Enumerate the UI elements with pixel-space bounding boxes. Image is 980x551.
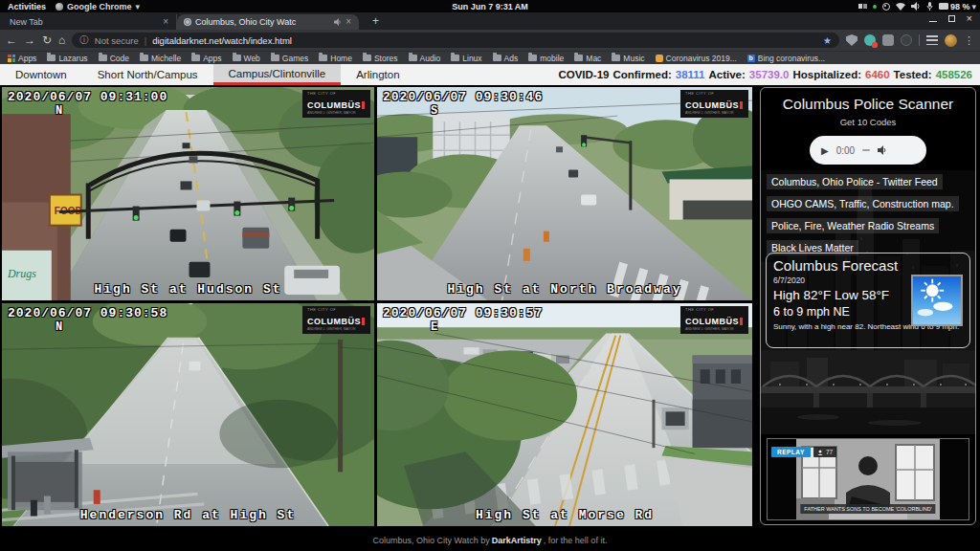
- folder-icon: [451, 55, 459, 61]
- home-button[interactable]: ⌂: [58, 34, 65, 46]
- system-tray[interactable]: 98 % ▾: [858, 0, 976, 12]
- bookmark-folder[interactable]: Apps: [191, 54, 221, 63]
- tab-campus-clintonville[interactable]: Campus/Clintonville: [213, 64, 342, 85]
- extension-icon[interactable]: [882, 34, 894, 46]
- tab-downtown[interactable]: Downtown: [0, 64, 82, 85]
- covid-confirmed-value: 38111: [676, 69, 705, 80]
- workspace-tiles-icon[interactable]: [858, 3, 867, 10]
- camera-location-label: High St at Hudson St: [2, 282, 374, 297]
- tab-city-watch[interactable]: Columbus, Ohio City Watc ×: [177, 14, 359, 30]
- volume-icon[interactable]: [911, 2, 921, 11]
- bing-icon: b: [747, 55, 755, 62]
- address-bar[interactable]: ⓘ Not secure | digitaldarknet.net/watch/…: [72, 33, 839, 48]
- battery-indicator[interactable]: 98 % ▾: [939, 2, 976, 11]
- camera-grid: Drugs FOOD: [0, 85, 756, 530]
- microphone-icon[interactable]: [926, 2, 933, 11]
- info-icon[interactable]: ⓘ: [79, 34, 89, 47]
- camera-location-label: Henderson Rd at High St: [2, 508, 374, 522]
- page-content: Drugs FOOD: [0, 85, 980, 530]
- bookmark-folder[interactable]: Stores: [363, 54, 398, 63]
- tab-audio-icon[interactable]: [334, 18, 342, 26]
- extension-icon[interactable]: [901, 34, 912, 46]
- folder-icon: [271, 55, 279, 61]
- seek-bar[interactable]: [862, 149, 870, 151]
- sidebar-links: Columbus, Ohio Police - Twitter Feed OHG…: [767, 174, 969, 255]
- shield-extension-icon[interactable]: [846, 34, 858, 46]
- wifi-icon[interactable]: [896, 2, 905, 11]
- city-of-columbus-logo: THE CITY OF COLUMBÜS ANDREW J. GINTHER, …: [302, 306, 370, 334]
- back-button[interactable]: ←: [6, 34, 17, 46]
- tab-short-north-campus[interactable]: Short North/Campus: [82, 64, 213, 85]
- play-button[interactable]: ▶: [821, 145, 829, 156]
- drugs-sign: Drugs: [7, 267, 36, 280]
- bookmark-apps[interactable]: Apps: [8, 54, 36, 63]
- city-of-columbus-logo: THE CITY OF COLUMBÜS ANDREW J. GINTHER, …: [680, 90, 748, 118]
- camera-timestamp: 2020/06/07 09:30:57: [383, 306, 543, 320]
- url-text[interactable]: digitaldarknet.net/watch/index.html: [152, 35, 292, 46]
- bookmark-folder[interactable]: Michelle: [140, 54, 181, 63]
- folder-icon: [493, 55, 501, 61]
- video-player[interactable]: FATHER WANTS SONS TO BECOME 'COLORBLIND'…: [767, 438, 969, 520]
- gnome-top-bar: Activities Google Chrome ▾ Sun Jun 7 9:3…: [0, 0, 980, 12]
- chrome-tray-icon[interactable]: [882, 3, 890, 11]
- bookmark-folder[interactable]: Ads: [493, 54, 519, 63]
- bookmark-folder[interactable]: Games: [271, 54, 308, 63]
- reading-list-icon[interactable]: [926, 35, 938, 45]
- covid-hospitalized-value: 6460: [865, 69, 890, 80]
- bookmark-folder[interactable]: Lazarus: [47, 54, 87, 63]
- close-button[interactable]: ×: [967, 14, 972, 22]
- reload-button[interactable]: ↻: [42, 34, 52, 46]
- tab-close-icon[interactable]: ×: [161, 17, 170, 27]
- audio-player[interactable]: ▶ 0:00: [810, 136, 926, 165]
- volume-icon[interactable]: [878, 145, 887, 155]
- restore-button[interactable]: [948, 15, 955, 22]
- adblock-extension-icon[interactable]: [864, 34, 876, 46]
- sidebar-subtitle[interactable]: Get 10 Codes: [761, 117, 975, 127]
- app-menu[interactable]: Google Chrome ▾: [56, 2, 140, 11]
- minimize-button[interactable]: [929, 15, 937, 22]
- camera-timestamp: 2020/06/07 09:30:58: [8, 306, 167, 320]
- footer-brand-link[interactable]: DarkArtistry: [492, 536, 542, 545]
- tab-arlington[interactable]: Arlington: [341, 64, 414, 85]
- folder-icon: [233, 55, 241, 61]
- audio-time: 0:00: [836, 145, 855, 156]
- bookmark-coronavirus[interactable]: Coronavirus 2019...: [656, 54, 737, 63]
- person-icon: [817, 450, 823, 455]
- apps-grid-icon: [8, 55, 15, 62]
- camera-image: [2, 303, 374, 526]
- covid-tested-value: 458526: [936, 69, 972, 80]
- link-radio-streams[interactable]: Police, Fire, Weather Radio Streams: [767, 218, 939, 233]
- folder-icon: [319, 55, 327, 61]
- bookmark-folder[interactable]: mobile: [528, 54, 564, 63]
- camera-feed-hudson: Drugs FOOD: [2, 87, 374, 300]
- bookmark-folder[interactable]: Audio: [409, 54, 441, 63]
- browser-menu-icon[interactable]: ⋮: [964, 34, 974, 47]
- bookmarks-bar: Apps Lazarus Code Michelle Apps Web Game…: [0, 51, 980, 64]
- divider: [919, 34, 920, 46]
- tab-close-icon[interactable]: ×: [344, 17, 353, 27]
- camera-image: Drugs FOOD: [2, 87, 374, 300]
- page-footer: Columbus, Ohio City Watch by DarkArtistr…: [0, 530, 980, 551]
- city-of-columbus-logo: THE CITY OF COLUMBÜS ANDREW J. GINTHER, …: [302, 90, 370, 118]
- bookmark-folder[interactable]: Linux: [451, 54, 481, 63]
- bookmark-folder[interactable]: Mac: [574, 54, 601, 63]
- document-icon: [656, 55, 663, 62]
- forward-button[interactable]: →: [24, 34, 35, 46]
- bookmark-folder[interactable]: Web: [233, 54, 260, 63]
- bookmark-folder[interactable]: Code: [99, 54, 129, 63]
- chevron-down-icon: ▾: [971, 2, 976, 11]
- link-ohgo-cams[interactable]: OHGO CAMS, Traffic, Construction map.: [767, 196, 959, 211]
- bookmark-star-icon[interactable]: ★: [823, 35, 832, 46]
- clock[interactable]: Sun Jun 7 9:31 AM: [0, 2, 980, 11]
- camera-feed-henderson: 2020/06/07 09:30:58 N Henderson Rd at Hi…: [2, 303, 374, 526]
- tab-new-tab[interactable]: New Tab ×: [0, 14, 177, 30]
- bookmark-folder[interactable]: Music: [612, 54, 644, 63]
- bookmark-folder[interactable]: Home: [319, 54, 352, 63]
- camera-timestamp: 2020/06/07 09:30:46: [383, 90, 543, 104]
- activities-button[interactable]: Activities: [8, 2, 46, 11]
- camera-direction: E: [431, 320, 437, 334]
- link-police-twitter[interactable]: Columbus, Ohio Police - Twitter Feed: [767, 174, 943, 189]
- new-tab-button[interactable]: +: [368, 14, 383, 30]
- bookmark-bing[interactable]: bBing coronavirus...: [747, 54, 825, 63]
- profile-avatar[interactable]: [945, 34, 957, 47]
